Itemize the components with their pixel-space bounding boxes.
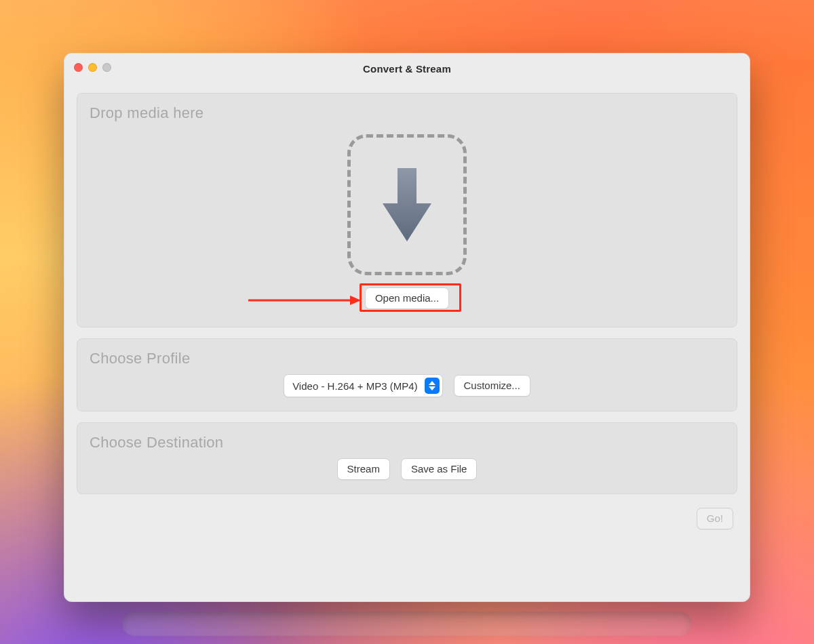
drop-media-heading: Drop media here <box>90 104 724 122</box>
zoom-window-button[interactable] <box>102 63 111 72</box>
drop-media-panel: Drop media here <box>77 93 737 327</box>
profile-select-value: Video - H.264 + MP3 (MP4) <box>292 380 417 392</box>
window-content: Drop media here <box>64 83 750 601</box>
stream-label: Stream <box>347 463 380 475</box>
updown-stepper-icon <box>425 378 440 394</box>
customize-profile-label: Customize... <box>464 380 520 391</box>
save-as-file-label: Save as File <box>411 463 467 475</box>
svg-marker-1 <box>350 296 361 305</box>
customize-profile-button[interactable]: Customize... <box>454 375 530 397</box>
close-window-button[interactable] <box>74 63 83 72</box>
download-arrow-icon <box>377 164 437 245</box>
choose-destination-panel: Choose Destination Stream Save as File <box>77 422 737 494</box>
window-title: Convert & Stream <box>363 63 451 75</box>
titlebar: Convert & Stream <box>64 54 750 83</box>
open-media-label: Open media... <box>375 292 439 304</box>
drop-target[interactable] <box>347 134 467 275</box>
footer: Go! <box>77 505 737 532</box>
choose-destination-heading: Choose Destination <box>90 434 724 451</box>
save-as-file-button[interactable]: Save as File <box>401 458 478 480</box>
choose-profile-heading: Choose Profile <box>90 350 724 367</box>
open-media-button[interactable]: Open media... <box>365 287 449 309</box>
profile-select[interactable]: Video - H.264 + MP3 (MP4) <box>284 374 442 397</box>
go-label: Go! <box>707 512 723 524</box>
minimize-window-button[interactable] <box>88 63 97 72</box>
choose-profile-panel: Choose Profile Video - H.264 + MP3 (MP4)… <box>77 338 737 411</box>
dock <box>122 611 692 636</box>
convert-stream-window: Convert & Stream Drop media here <box>64 53 750 602</box>
stream-button[interactable]: Stream <box>337 458 390 480</box>
drop-area[interactable]: Open media... <box>90 129 724 312</box>
annotation-arrow-icon <box>248 294 362 309</box>
go-button[interactable]: Go! <box>697 508 733 529</box>
window-controls <box>74 63 111 72</box>
